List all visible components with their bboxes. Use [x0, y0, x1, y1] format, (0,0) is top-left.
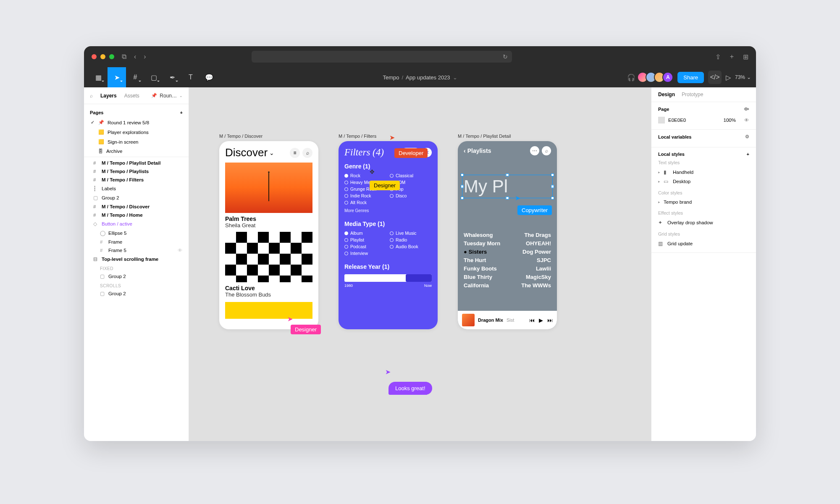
grid-styles-label: Grid styles — [658, 231, 749, 236]
main-menu[interactable]: ▦ — [89, 67, 108, 87]
more-genres-link[interactable]: More Genres — [344, 208, 432, 213]
frame-label[interactable]: M / Tempo / Playlist Detail — [458, 134, 557, 139]
text-tool[interactable]: T — [181, 67, 200, 87]
new-tab-icon[interactable]: + — [730, 53, 734, 61]
present-icon[interactable]: ▷ — [726, 74, 731, 81]
layer-row[interactable]: ◯Ellipse 5 — [84, 228, 189, 238]
document-title[interactable]: Tempo / App updates 2023 ⌄ — [383, 74, 457, 81]
layer-row[interactable]: ⊟Top-level scrolling frame — [84, 255, 189, 264]
song-artist: The Blossom Buds — [225, 291, 312, 298]
grid-style-item[interactable]: ▥Grid update — [658, 239, 749, 248]
page-color-swatch[interactable] — [658, 117, 665, 123]
filter-option[interactable]: Interview — [344, 251, 386, 256]
layer-row[interactable]: #M / Tempo / Home — [84, 211, 189, 219]
nav-back[interactable]: ‹ — [134, 53, 136, 60]
tabs-grid-icon[interactable]: ⊞ — [743, 53, 748, 61]
page-item[interactable]: 🟨Sign-in screen — [90, 137, 183, 147]
minimize-window[interactable] — [100, 54, 105, 59]
search-icon[interactable]: ⌕ — [302, 148, 312, 158]
filter-option[interactable]: Disco — [390, 193, 432, 198]
visibility-icon[interactable]: 👁 — [744, 118, 749, 123]
track-artist: MagicSky — [521, 274, 551, 280]
page-item[interactable]: 🗄Archive — [90, 147, 183, 156]
color-style-item[interactable]: ▸Tempo brand — [658, 198, 749, 206]
move-tool[interactable]: ➤ — [108, 67, 126, 87]
design-tab[interactable]: Design — [658, 92, 675, 97]
prototype-tab[interactable]: Prototype — [682, 92, 703, 97]
chevron-down-icon[interactable]: ⌄ — [179, 94, 183, 98]
filter-option[interactable]: Audio Book — [390, 244, 432, 249]
layer-row[interactable]: #M / Tempo / Playlist Detail — [84, 159, 189, 167]
playlist-title-editing[interactable]: My Pl — [464, 176, 551, 197]
track-artist: SJPC — [521, 257, 551, 263]
more-icon[interactable]: ⋯ — [530, 146, 539, 155]
comment-tool[interactable]: 💬 — [200, 67, 218, 87]
chevron-down-icon[interactable]: ⌄ — [453, 74, 457, 81]
layer-row[interactable]: #Frame — [84, 238, 189, 246]
page-opacity[interactable]: 100% — [724, 118, 736, 123]
search-icon[interactable]: ⌕ — [90, 93, 93, 99]
layer-row[interactable]: #Frame 5👁 — [84, 246, 189, 255]
layer-row[interactable]: #M / Tempo / Discover — [84, 202, 189, 211]
frame-label[interactable]: M / Tempo / Discover — [219, 134, 318, 139]
frame-discover[interactable]: Discover⌄ ≡ ⌕ Palm Trees Sheila Great — [219, 141, 318, 329]
back-button[interactable]: ‹ Playlists — [464, 147, 491, 154]
filter-option[interactable]: Alt Rock — [344, 200, 386, 205]
page-item[interactable]: 📌Round 1 review 5/8 — [90, 118, 183, 127]
sidebar-toggle-icon[interactable]: ⧉ — [122, 53, 126, 60]
next-icon[interactable]: ⏭ — [547, 317, 553, 323]
add-page-button[interactable]: + — [180, 110, 183, 115]
layer-row[interactable]: ┇Labels — [84, 184, 189, 193]
page-heading: Page — [658, 107, 669, 112]
avatar-self[interactable]: A — [662, 72, 673, 83]
export-icon[interactable]: ⟴ — [744, 106, 749, 112]
layer-row[interactable]: ◇Button / active — [84, 219, 189, 228]
assets-tab[interactable]: Assets — [124, 93, 139, 99]
comment-bubble[interactable]: ➤ Looks great! — [385, 368, 432, 395]
page-selector[interactable]: Roun… — [160, 93, 177, 99]
text-style-item[interactable]: ▸▭Desktop — [658, 177, 749, 186]
share-icon[interactable]: ⇪ — [715, 53, 721, 61]
prev-icon[interactable]: ⏮ — [529, 317, 535, 323]
frame-tool[interactable]: # — [126, 67, 144, 87]
track-title: Tuesday Morn — [464, 240, 500, 247]
layer-row[interactable]: ▢Group 2 — [84, 289, 189, 298]
frame-playlist[interactable]: ‹ Playlists ⋯ ⌕ My Pl — [458, 141, 557, 329]
pen-tool[interactable]: ✒ — [163, 67, 181, 87]
page-color-hex[interactable]: E0E0E0 — [668, 118, 686, 123]
close-window[interactable] — [92, 54, 97, 59]
layer-row[interactable]: ▢Group 2 — [84, 272, 189, 281]
settings-icon[interactable]: ⚙ — [745, 134, 749, 139]
filter-option[interactable]: Indie Rock — [344, 193, 386, 198]
play-icon[interactable]: ▶ — [539, 317, 543, 323]
layer-row[interactable]: ▢Group 2 — [84, 193, 189, 202]
refresh-icon[interactable]: ↻ — [503, 53, 508, 60]
layer-row[interactable]: #M / Tempo / Filters — [84, 176, 189, 184]
layers-tab[interactable]: Layers — [100, 93, 117, 99]
maximize-window[interactable] — [109, 54, 114, 59]
text-style-item[interactable]: ▸▮Handheld — [658, 168, 749, 177]
effect-style-item[interactable]: ✦Overlay drop shadow — [658, 218, 749, 227]
filter-option[interactable]: Playlist — [344, 237, 386, 242]
url-bar[interactable]: ↻ — [252, 51, 512, 63]
filter-option[interactable]: Live Music — [390, 231, 432, 236]
album-art — [225, 232, 312, 282]
year-slider[interactable] — [344, 274, 432, 282]
search-icon[interactable]: ⌕ — [542, 146, 551, 155]
nav-forward[interactable]: › — [144, 53, 146, 60]
zoom-control[interactable]: 73% ⌄ — [735, 74, 751, 80]
filter-icon[interactable]: ≡ — [290, 148, 300, 158]
canvas[interactable]: M / Tempo / Discover Discover⌄ ≡ ⌕ — [189, 87, 651, 441]
headphones-icon[interactable]: 🎧 — [627, 74, 635, 81]
filter-option[interactable]: Podcast — [344, 244, 386, 249]
shape-tool[interactable]: ▢ — [144, 67, 163, 87]
share-button[interactable]: Share — [677, 72, 704, 83]
filter-option[interactable]: Radio — [390, 237, 432, 242]
page-item[interactable]: 🟨Player explorations — [90, 127, 183, 137]
player-artwork — [462, 314, 475, 326]
filter-option[interactable]: Album — [344, 231, 386, 236]
add-style-button[interactable]: + — [747, 152, 749, 157]
dev-mode-toggle[interactable]: </> — [708, 71, 722, 84]
now-playing-bar[interactable]: Dragon Mix Sist ⏮ ▶ ⏭ — [458, 311, 557, 329]
layer-row[interactable]: #M / Tempo / Playlists — [84, 167, 189, 176]
